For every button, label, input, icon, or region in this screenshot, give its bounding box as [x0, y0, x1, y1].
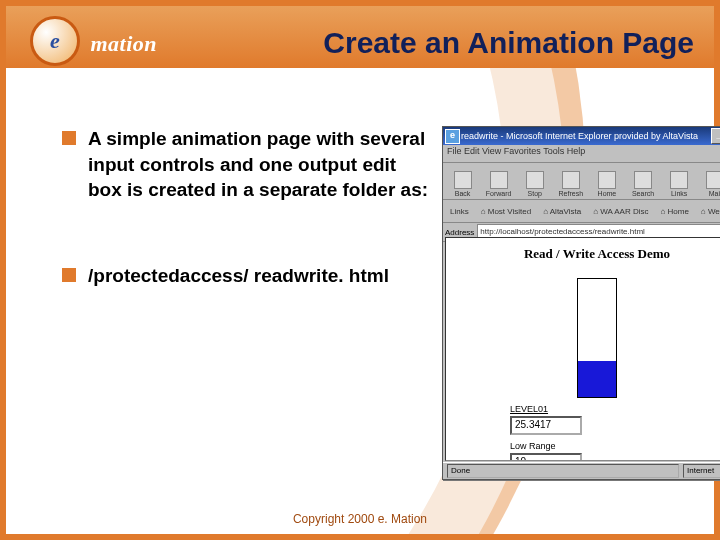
lowrange-input[interactable]: 10 — [510, 453, 582, 461]
search-button[interactable]: Search — [625, 165, 660, 197]
link-item[interactable]: ⌂ Most Visited — [478, 206, 534, 217]
toolbar: Back Forward Stop Refresh Home Search Li… — [443, 163, 720, 200]
status-right: Internet — [683, 464, 720, 478]
link-item[interactable]: ⌂ WA AAR Disc — [590, 206, 651, 217]
forward-button[interactable]: Forward — [481, 165, 516, 197]
back-icon — [454, 171, 472, 189]
search-icon — [634, 171, 652, 189]
brand-name: mation — [90, 31, 157, 57]
lowrange-label: Low Range — [510, 441, 720, 451]
browser-window: e readwrite - Microsoft Internet Explore… — [442, 126, 720, 480]
link-item[interactable]: ⌂ AltaVista — [540, 206, 584, 217]
status-left: Done — [447, 464, 679, 478]
minimize-button[interactable]: _ — [711, 128, 720, 144]
bullet-list: A simple animation page with several inp… — [6, 126, 442, 494]
bullet-icon — [62, 131, 76, 145]
copyright-footer: Copyright 2000 e. Mation — [6, 512, 714, 526]
link-item[interactable]: ⌂ Home — [657, 206, 691, 217]
menu-bar[interactable]: File Edit View Favorites Tools Help — [443, 145, 720, 163]
list-item: /protectedaccess/ readwrite. html — [62, 263, 432, 289]
home-button[interactable]: Home — [589, 165, 624, 197]
list-item: A simple animation page with several inp… — [62, 126, 432, 203]
page-content: Read / Write Access Demo LEVEL01 25.3417… — [445, 237, 720, 461]
forward-icon — [490, 171, 508, 189]
window-title: readwrite - Microsoft Internet Explorer … — [461, 131, 711, 141]
links-button[interactable]: Links — [662, 165, 697, 197]
bargraph-fill — [578, 361, 616, 397]
status-bar: Done Internet — [443, 462, 720, 479]
refresh-icon — [562, 171, 580, 189]
demo-heading: Read / Write Access Demo — [446, 246, 720, 262]
links-bar[interactable]: Links ⌂ Most Visited ⌂ AltaVista ⌂ WA AA… — [443, 200, 720, 223]
slide-title: Create an Animation Page — [323, 26, 694, 60]
level-bargraph — [577, 278, 617, 398]
home-icon — [598, 171, 616, 189]
mail-icon — [706, 171, 720, 189]
brand-logo: e mation — [30, 16, 157, 66]
bullet-text: /protectedaccess/ readwrite. html — [88, 263, 389, 289]
mail-button[interactable]: Mail — [698, 165, 720, 197]
bullet-text: A simple animation page with several inp… — [88, 126, 432, 203]
stop-button[interactable]: Stop — [517, 165, 552, 197]
links-label: Links — [447, 206, 472, 217]
stop-icon — [526, 171, 544, 189]
window-titlebar[interactable]: e readwrite - Microsoft Internet Explore… — [443, 127, 720, 145]
brand-badge-icon: e — [30, 16, 80, 66]
level-label: LEVEL01 — [510, 404, 720, 414]
level-output: 25.3417 — [510, 416, 582, 435]
back-button[interactable]: Back — [445, 165, 480, 197]
bullet-icon — [62, 268, 76, 282]
link-item[interactable]: ⌂ Webgate — [698, 206, 720, 217]
links-icon — [670, 171, 688, 189]
refresh-button[interactable]: Refresh — [553, 165, 588, 197]
address-label: Address — [445, 228, 474, 237]
ie-icon: e — [445, 129, 460, 144]
